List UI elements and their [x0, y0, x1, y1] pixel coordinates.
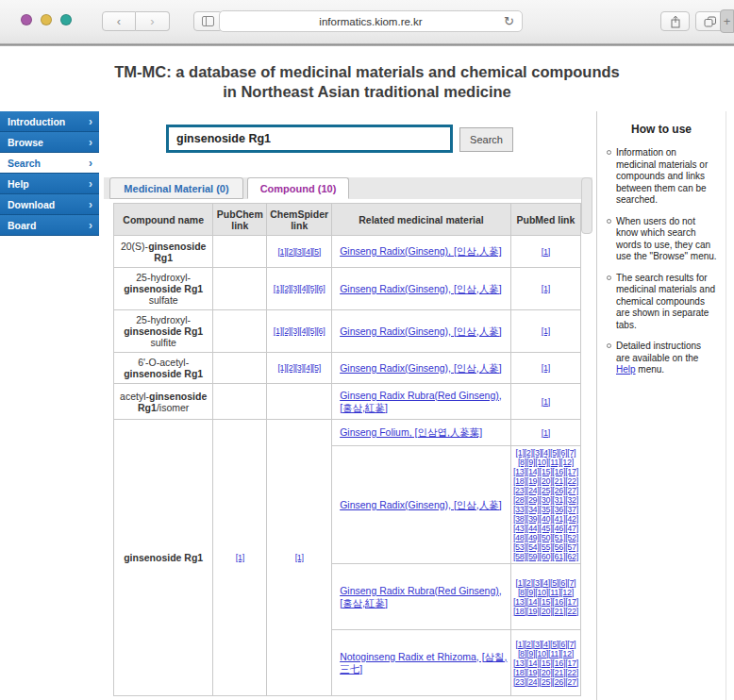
close-window-button[interactable] — [21, 14, 32, 25]
chemspider-link[interactable]: [2] — [282, 326, 291, 336]
pubmed-link[interactable]: [27] — [565, 677, 578, 687]
pubmed-link[interactable]: [1] — [516, 448, 525, 458]
pubmed-link[interactable]: [3] — [533, 448, 542, 458]
pubmed-link[interactable]: [11] — [548, 588, 560, 597]
pubmed-link[interactable]: [26] — [552, 677, 565, 687]
pubmed-link[interactable]: [36] — [552, 505, 565, 514]
pubmed-link[interactable]: [5] — [550, 448, 559, 458]
pubmed-link[interactable]: [39] — [526, 514, 540, 524]
pubmed-link[interactable]: [5] — [550, 578, 559, 588]
pubmed-link[interactable]: [48] — [513, 533, 526, 542]
chemspider-link[interactable]: [5] — [312, 247, 321, 257]
chemspider-link[interactable]: [1] — [274, 326, 282, 336]
pubmed-link[interactable]: [25] — [540, 677, 553, 687]
pubmed-link[interactable]: [11] — [548, 458, 560, 467]
pubmed-link[interactable]: [18] — [513, 476, 526, 486]
related-material-link[interactable]: Ginseng Folium, [인삼엽,人蔘葉] — [340, 426, 482, 438]
chemspider-link[interactable]: [3] — [291, 326, 299, 336]
pubmed-link[interactable]: [27] — [565, 486, 578, 495]
pubmed-link[interactable]: [1] — [516, 640, 525, 649]
related-material-link[interactable]: Ginseng Radix(Ginseng), [인삼,人蔘] — [340, 283, 502, 294]
help-link[interactable]: Help — [616, 364, 636, 375]
pubmed-link[interactable]: [6] — [559, 578, 567, 588]
pubmed-link[interactable]: [17] — [565, 467, 578, 476]
pubmed-link[interactable]: [28] — [513, 495, 526, 505]
pubchem-link[interactable]: [1] — [236, 553, 244, 562]
pubmed-link[interactable]: [17] — [565, 658, 578, 668]
chemspider-link[interactable]: [3] — [295, 247, 304, 257]
related-material-link[interactable]: Ginseng Radix Rubra(Red Ginseng), [홍삼,紅蔘… — [340, 390, 502, 413]
pubmed-link[interactable]: [1] — [542, 326, 550, 336]
pubmed-link[interactable]: [1] — [542, 428, 550, 438]
tab-compound[interactable]: Compound (10) — [247, 177, 349, 199]
pubmed-link[interactable]: [24] — [526, 677, 540, 687]
pubmed-link[interactable]: [26] — [552, 486, 565, 495]
search-button[interactable]: Search — [459, 127, 513, 152]
pubmed-link[interactable]: [47] — [565, 524, 578, 533]
pubmed-link[interactable]: [18] — [513, 668, 526, 677]
tab-medicinal-material[interactable]: Medicinal Material (0) — [109, 177, 243, 199]
forward-button[interactable]: › — [136, 11, 170, 31]
pubmed-link[interactable]: [21] — [552, 607, 565, 616]
pubmed-link[interactable]: [15] — [540, 658, 553, 668]
pubmed-link[interactable]: [12] — [560, 588, 574, 597]
pubmed-link[interactable]: [3] — [533, 640, 542, 649]
pubmed-link[interactable]: [4] — [542, 640, 550, 649]
pubmed-link[interactable]: [15] — [540, 467, 553, 476]
pubmed-link[interactable]: [14] — [526, 467, 540, 476]
pubmed-link[interactable]: [7] — [567, 640, 576, 649]
pubmed-link[interactable]: [6] — [559, 448, 567, 458]
pubmed-link[interactable]: [4] — [542, 448, 550, 458]
search-input[interactable] — [166, 125, 453, 153]
related-material-link[interactable]: Ginseng Radix Rubra(Red Ginseng), [홍삼,紅蔘… — [340, 585, 502, 608]
pubmed-link[interactable]: [9] — [526, 588, 535, 597]
pubmed-link[interactable]: [4] — [542, 578, 550, 588]
pubmed-link[interactable]: [49] — [526, 533, 540, 542]
panel-scrollbar-thumb[interactable] — [581, 177, 592, 234]
pubmed-link[interactable]: [13] — [513, 467, 526, 476]
pubmed-link[interactable]: [2] — [525, 448, 533, 458]
pubmed-link[interactable]: [16] — [552, 597, 565, 607]
pubmed-link[interactable]: [1] — [516, 578, 525, 588]
reload-icon[interactable]: ↻ — [504, 14, 514, 28]
pubmed-link[interactable]: [41] — [552, 514, 565, 524]
chemspider-link[interactable]: [2] — [287, 363, 295, 373]
chemspider-link[interactable]: [4] — [299, 284, 308, 293]
chemspider-link[interactable]: [4] — [299, 326, 308, 336]
pubmed-link[interactable]: [1] — [542, 247, 550, 257]
minimize-window-button[interactable] — [41, 14, 52, 25]
pubmed-link[interactable]: [10] — [535, 588, 548, 597]
pubmed-link[interactable]: [56] — [552, 542, 565, 552]
pubmed-link[interactable]: [21] — [552, 668, 565, 677]
pubmed-link[interactable]: [43] — [513, 524, 526, 533]
nav-item-board[interactable]: Board › — [0, 215, 99, 236]
chemspider-link[interactable]: [2] — [282, 284, 291, 293]
back-button[interactable]: ‹ — [102, 11, 136, 31]
pubmed-link[interactable]: [50] — [540, 533, 553, 542]
pubmed-link[interactable]: [6] — [559, 640, 567, 649]
pubmed-link[interactable]: [57] — [565, 542, 578, 552]
pubmed-link[interactable]: [30] — [540, 495, 553, 505]
pubmed-link[interactable]: [58] — [513, 552, 526, 561]
pubmed-link[interactable]: [11] — [548, 649, 560, 658]
pubmed-link[interactable]: [2] — [525, 640, 533, 649]
pubmed-link[interactable]: [1] — [542, 363, 550, 373]
chemspider-link[interactable]: [1] — [295, 553, 304, 562]
nav-item-download[interactable]: Download › — [0, 194, 99, 215]
pubmed-link[interactable]: [62] — [565, 552, 578, 561]
pubmed-link[interactable]: [24] — [526, 486, 540, 495]
pubmed-link[interactable]: [22] — [565, 668, 578, 677]
address-bar[interactable]: informatics.kiom.re.kr ↻ — [219, 10, 523, 32]
pubmed-link[interactable]: [10] — [535, 649, 548, 658]
chemspider-link[interactable]: [1] — [274, 284, 282, 293]
pubmed-link[interactable]: [8] — [518, 458, 526, 467]
pubmed-link[interactable]: [44] — [526, 524, 540, 533]
pubmed-link[interactable]: [14] — [526, 597, 540, 607]
pubmed-link[interactable]: [16] — [552, 658, 565, 668]
zoom-window-button[interactable] — [60, 14, 72, 25]
pubmed-link[interactable]: [22] — [565, 476, 578, 486]
pubmed-link[interactable]: [53] — [513, 542, 526, 552]
pubmed-link[interactable]: [1] — [542, 284, 550, 293]
pubmed-link[interactable]: [32] — [565, 495, 578, 505]
new-tab-button[interactable]: + — [720, 9, 734, 33]
